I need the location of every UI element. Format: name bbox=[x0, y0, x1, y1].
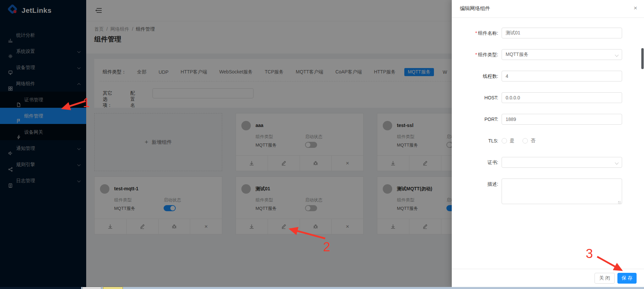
tls-no-radio[interactable] bbox=[522, 138, 528, 143]
component-type-select[interactable] bbox=[502, 49, 622, 60]
threads-label: 线程数: bbox=[452, 71, 498, 82]
scrollbar-thumb[interactable] bbox=[641, 48, 644, 69]
cert-label: 证书: bbox=[452, 157, 498, 168]
tls-no-label: 否 bbox=[531, 138, 535, 144]
port-input[interactable] bbox=[502, 114, 622, 125]
form-row-tls: TLS: 是 否 bbox=[452, 135, 644, 146]
tls-radio-group: 是 否 bbox=[502, 135, 622, 146]
drawer-footer: 关 闭 保 存 bbox=[452, 269, 644, 287]
form-row-host: HOST: bbox=[452, 92, 644, 103]
drawer-header: 编辑网络组件 × bbox=[452, 0, 644, 18]
edit-network-component-drawer: 编辑网络组件 × *组件名称: *组件类型: 线程数: HOST: PORT: … bbox=[452, 0, 644, 287]
certificate-select[interactable] bbox=[502, 157, 622, 168]
form-row-port: PORT: bbox=[452, 114, 644, 125]
tls-yes-label: 是 bbox=[510, 138, 514, 144]
type-label: *组件类型: bbox=[452, 49, 498, 60]
tls-label: TLS: bbox=[452, 135, 498, 146]
form-row-name: *组件名称: bbox=[452, 28, 644, 38]
bottom-edge-strip bbox=[0, 287, 644, 289]
threads-input[interactable] bbox=[502, 71, 622, 82]
bottom-strip-yellow-box bbox=[103, 287, 123, 289]
port-label: PORT: bbox=[452, 114, 498, 125]
tls-yes-radio[interactable] bbox=[502, 138, 507, 143]
desc-label: 描述: bbox=[452, 179, 498, 205]
bottom-strip-white-box bbox=[82, 287, 101, 289]
drawer-form: *组件名称: *组件类型: 线程数: HOST: PORT: TLS: 是 否 bbox=[452, 18, 644, 205]
drawer-title: 编辑网络组件 bbox=[460, 5, 490, 12]
form-row-desc: 描述: bbox=[452, 179, 644, 205]
close-button[interactable]: 关 闭 bbox=[595, 273, 615, 284]
host-input[interactable] bbox=[502, 92, 622, 103]
form-row-cert: 证书: bbox=[452, 157, 644, 168]
drawer-close-icon[interactable]: × bbox=[634, 5, 637, 11]
component-name-input[interactable] bbox=[502, 28, 622, 38]
required-mark: * bbox=[475, 30, 477, 36]
name-label: *组件名称: bbox=[452, 28, 498, 38]
bottom-strip-dark-segment bbox=[0, 287, 81, 289]
save-button[interactable]: 保 存 bbox=[617, 273, 637, 284]
form-row-threads: 线程数: bbox=[452, 71, 644, 82]
required-mark: * bbox=[475, 52, 477, 57]
host-label: HOST: bbox=[452, 92, 498, 103]
description-textarea[interactable] bbox=[502, 179, 622, 204]
form-row-type: *组件类型: bbox=[452, 49, 644, 60]
